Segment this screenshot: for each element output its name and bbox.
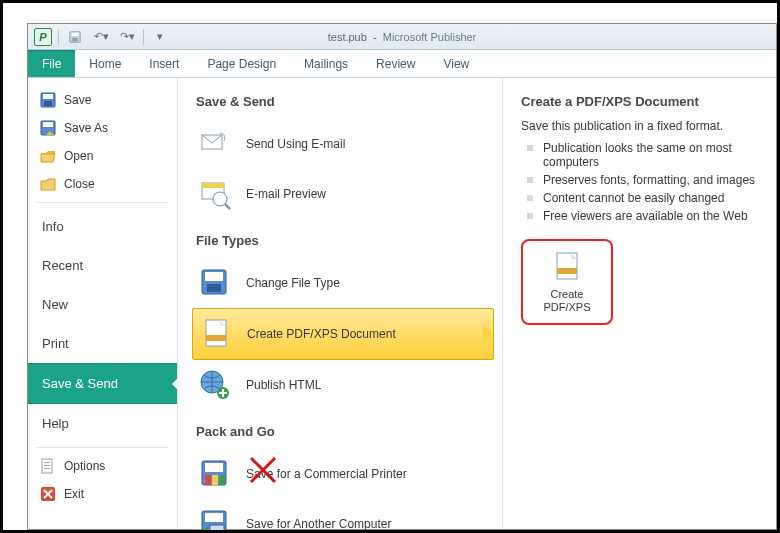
commercial-printer-icon (198, 457, 232, 491)
document-title: test.pub (328, 31, 367, 43)
opt-send-email[interactable]: Send Using E-mail (192, 119, 494, 169)
opt-label: Publish HTML (246, 378, 321, 392)
svg-point-16 (213, 192, 227, 206)
section-heading-pack-and-go: Pack and Go (196, 424, 494, 439)
bullet: Publication looks the same on most compu… (521, 139, 776, 171)
svg-rect-1 (72, 32, 79, 36)
svg-rect-30 (219, 475, 225, 485)
nav-new[interactable]: New (28, 285, 177, 324)
app-name: Microsoft Publisher (383, 31, 477, 43)
svg-rect-35 (210, 525, 224, 533)
svg-rect-15 (202, 183, 224, 188)
nav-exit[interactable]: Exit (28, 480, 177, 508)
svg-rect-23 (206, 335, 226, 341)
nav-options[interactable]: Options (28, 452, 177, 480)
nav-recent[interactable]: Recent (28, 246, 177, 285)
svg-line-17 (225, 204, 230, 209)
svg-rect-10 (44, 465, 50, 466)
nav-save-send[interactable]: Save & Send (28, 363, 177, 404)
nav-label: Exit (64, 487, 84, 501)
svg-rect-28 (205, 475, 211, 485)
publish-html-icon (198, 368, 232, 402)
detail-panel: Create a PDF/XPS Document Save this publ… (503, 78, 776, 529)
tab-mailings[interactable]: Mailings (290, 50, 362, 77)
detail-heading: Create a PDF/XPS Document (521, 94, 776, 109)
section-heading-file-types: File Types (196, 233, 494, 248)
opt-label: Send Using E-mail (246, 137, 345, 151)
nav-label: Open (64, 149, 93, 163)
bullet: Free viewers are available on the Web (521, 207, 776, 225)
opt-label: E-mail Preview (246, 187, 326, 201)
nav-label: Save As (64, 121, 108, 135)
nav-label: Options (64, 459, 105, 473)
nav-info[interactable]: Info (28, 207, 177, 246)
ribbon-tabs: File Home Insert Page Design Mailings Re… (28, 50, 776, 78)
svg-rect-9 (44, 462, 50, 463)
email-icon (198, 127, 232, 161)
email-preview-icon (198, 177, 232, 211)
opt-label: Save for a Commercial Printer (246, 467, 407, 481)
nav-print[interactable]: Print (28, 324, 177, 363)
save-icon (40, 92, 56, 108)
tab-file[interactable]: File (28, 50, 75, 77)
opt-create-pdf-xps[interactable]: Create PDF/XPS Document (192, 308, 494, 360)
tab-review[interactable]: Review (362, 50, 429, 77)
nav-label: Save (64, 93, 91, 107)
change-file-type-icon (198, 266, 232, 300)
svg-rect-5 (44, 101, 52, 106)
save-send-panel: Save & Send Send Using E-mail E-mail Pre… (178, 78, 503, 529)
options-icon (40, 458, 56, 474)
pdf-document-icon (550, 250, 584, 284)
nav-open[interactable]: Open (28, 142, 177, 170)
detail-bullets: Publication looks the same on most compu… (521, 139, 776, 225)
open-icon (40, 148, 56, 164)
svg-rect-38 (557, 268, 577, 274)
detail-lead: Save this publication in a fixed format. (521, 119, 776, 133)
nav-help[interactable]: Help (28, 404, 177, 443)
opt-label: Save for Another Computer (246, 517, 391, 531)
svg-rect-19 (205, 272, 223, 281)
pdf-document-icon (199, 317, 233, 351)
svg-rect-11 (44, 468, 50, 469)
action-label-line2: PDF/XPS (543, 301, 590, 313)
section-heading-save-send: Save & Send (196, 94, 494, 109)
close-icon (40, 176, 56, 192)
svg-rect-20 (207, 284, 221, 292)
tab-insert[interactable]: Insert (135, 50, 193, 77)
backstage-nav: Save Save As Open Close Info Recent New (28, 78, 178, 529)
app-icon (34, 28, 52, 46)
qat-save-icon[interactable] (65, 29, 85, 45)
opt-publish-html[interactable]: Publish HTML (192, 360, 494, 410)
svg-rect-4 (43, 94, 53, 99)
tab-view[interactable]: View (429, 50, 483, 77)
nav-save-as[interactable]: Save As (28, 114, 177, 142)
svg-rect-29 (212, 475, 218, 485)
save-as-icon (40, 120, 56, 136)
titlebar: ↶▾ ↷▾ ▾ test.pub - Microsoft Publisher (28, 24, 776, 50)
nav-label: Close (64, 177, 95, 191)
opt-email-preview[interactable]: E-mail Preview (192, 169, 494, 219)
qat-undo-icon[interactable]: ↶▾ (91, 29, 111, 45)
exit-icon (40, 486, 56, 502)
svg-rect-2 (72, 37, 77, 41)
bullet: Content cannot be easily changed (521, 189, 776, 207)
nav-close[interactable]: Close (28, 170, 177, 198)
svg-rect-34 (205, 513, 223, 522)
opt-change-file-type[interactable]: Change File Type (192, 258, 494, 308)
qat-customize-icon[interactable]: ▾ (150, 29, 170, 45)
highlight-box: Create PDF/XPS (521, 239, 613, 325)
tab-page-design[interactable]: Page Design (193, 50, 290, 77)
qat-redo-icon[interactable]: ↷▾ (117, 29, 137, 45)
opt-save-commercial-printer[interactable]: Save for a Commercial Printer (192, 449, 494, 499)
opt-label: Change File Type (246, 276, 340, 290)
another-computer-icon (198, 507, 232, 533)
nav-save[interactable]: Save (28, 86, 177, 114)
svg-rect-7 (43, 122, 53, 127)
opt-save-another-computer[interactable]: Save for Another Computer (192, 499, 494, 533)
create-pdf-xps-button[interactable]: Create PDF/XPS (529, 246, 605, 318)
svg-rect-27 (205, 463, 223, 472)
bullet: Preserves fonts, formatting, and images (521, 171, 776, 189)
tab-home[interactable]: Home (75, 50, 135, 77)
opt-label: Create PDF/XPS Document (247, 327, 396, 341)
action-label-line1: Create (550, 288, 583, 300)
